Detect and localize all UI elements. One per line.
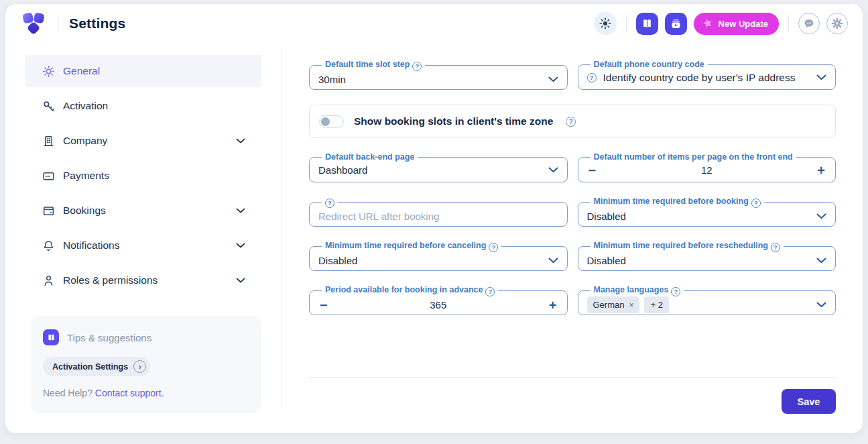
app-logo-icon (20, 10, 47, 37)
help-icon[interactable]: ? (751, 199, 761, 208)
manage-languages-select[interactable]: Manage languages? German × + 2 (578, 286, 836, 315)
chevron-right-icon: › (133, 360, 146, 373)
chevron-down-icon (236, 243, 245, 249)
sidebar-item-label: Roles & permissions (63, 274, 158, 286)
help-icon[interactable]: ? (671, 287, 680, 296)
wallet-icon (42, 205, 55, 217)
video-tutorials-button[interactable] (665, 13, 687, 35)
star-icon (701, 17, 714, 30)
chevron-down-icon (236, 278, 245, 284)
chevron-down-icon (816, 74, 826, 80)
stepper-value[interactable]: 365 (336, 299, 541, 311)
toggle-knob (321, 117, 330, 126)
min-time-before-rescheduling-select[interactable]: Minimum time required before reschedulin… (578, 241, 836, 271)
sidebar-item-company[interactable]: Company (25, 125, 261, 157)
increment-button[interactable]: + (816, 164, 826, 177)
help-text: Need Help? (43, 388, 92, 398)
chevron-down-icon (548, 167, 558, 173)
selected-value: Disabled (318, 255, 542, 266)
help-icon[interactable]: ? (485, 287, 495, 296)
help-line: Need Help? Contact support. (43, 388, 249, 398)
field-label: Default time slot step (325, 60, 410, 69)
field-label: Minimum time required before reschedulin… (594, 241, 768, 250)
timezone-toggle[interactable] (319, 115, 344, 128)
redirect-url-field[interactable]: ? (309, 197, 568, 227)
activation-settings-shortcut[interactable]: Activation Settings › (43, 357, 150, 376)
sidebar-item-activation[interactable]: Activation (25, 90, 261, 122)
key-icon (42, 100, 55, 113)
sun-icon (599, 17, 611, 30)
new-update-button[interactable]: New Update (694, 13, 779, 35)
sidebar-item-payments[interactable]: Payments (25, 160, 261, 192)
header-divider (788, 15, 789, 32)
field-label: Default phone country code (594, 60, 704, 69)
new-update-label: New Update (719, 19, 768, 29)
save-button[interactable]: Save (782, 389, 836, 414)
help-icon[interactable]: ? (412, 62, 422, 71)
remove-tag-icon[interactable]: × (629, 300, 633, 310)
sidebar-item-general[interactable]: General (25, 55, 261, 87)
language-tag-label: German (593, 300, 625, 310)
help-icon[interactable]: ? (587, 73, 597, 82)
increment-button[interactable]: + (548, 298, 558, 312)
min-time-before-booking-select[interactable]: Minimum time required before booking? Di… (578, 197, 836, 227)
help-icon[interactable]: ? (566, 117, 576, 127)
header: Settings (5, 4, 863, 43)
sidebar-item-roles-permissions[interactable]: Roles & permissions (25, 264, 261, 296)
chevron-down-icon (816, 213, 826, 219)
feedback-button[interactable] (798, 13, 820, 34)
chevron-down-icon (236, 138, 245, 144)
default-backend-page-select[interactable]: Default back-end page Dashboard (309, 153, 568, 182)
contact-support-link[interactable]: Contact support. (95, 388, 164, 398)
selected-value: Disabled (587, 255, 810, 266)
selected-value: Dashboard (318, 164, 542, 176)
tips-panel: Tips & suggestions Activation Settings ›… (31, 316, 261, 413)
default-phone-country-code-select[interactable]: Default phone country code ? Identify co… (578, 60, 836, 90)
credit-card-icon (42, 170, 55, 182)
shortcut-label: Activation Settings (52, 362, 128, 372)
help-icon[interactable]: ? (489, 243, 498, 252)
stepper-value[interactable]: 12 (604, 164, 809, 176)
book-icon (641, 18, 653, 30)
theme-toggle-button[interactable] (594, 12, 617, 35)
field-label: Manage languages (594, 285, 669, 294)
gear-icon (831, 17, 843, 30)
quick-settings-button[interactable] (826, 13, 848, 34)
sidebar-item-notifications[interactable]: Notifications (25, 229, 261, 262)
help-icon[interactable]: ? (325, 199, 334, 208)
person-icon (42, 274, 55, 287)
chevron-down-icon (236, 208, 245, 214)
field-label: Minimum time required before booking (594, 197, 749, 206)
header-actions: New Update (594, 12, 848, 35)
help-icon[interactable]: ? (771, 243, 780, 252)
chevron-down-icon (816, 258, 826, 264)
settings-window: Settings (5, 4, 863, 433)
decrement-button[interactable]: − (587, 164, 598, 177)
tips-book-icon (43, 329, 59, 345)
documentation-button[interactable] (636, 13, 658, 35)
header-divider (58, 15, 58, 32)
decrement-button[interactable]: − (318, 298, 329, 312)
sidebar-item-label: Bookings (63, 205, 106, 217)
settings-sidebar: General Activation Company (5, 43, 282, 433)
chevron-down-icon (548, 258, 558, 264)
booking-advance-period-stepper: Period available for booking in advance?… (309, 286, 568, 315)
field-label: Period available for booking in advance (325, 285, 483, 294)
field-label: Default number of items per page on the … (594, 152, 793, 162)
gear-icon (42, 65, 55, 78)
redirect-url-input[interactable] (318, 211, 558, 222)
sidebar-item-label: Company (63, 135, 107, 147)
chevron-down-icon (816, 302, 826, 308)
default-time-slot-step-select[interactable]: Default time slot step? 30min (309, 60, 568, 90)
min-time-before-canceling-select[interactable]: Minimum time required before canceling? … (309, 241, 568, 271)
more-languages-tag[interactable]: + 2 (644, 296, 668, 313)
timezone-toggle-row: Show booking slots in client's time zone… (309, 105, 836, 138)
sidebar-item-label: Payments (63, 170, 109, 182)
page-title: Settings (69, 15, 125, 32)
sidebar-item-bookings[interactable]: Bookings (25, 195, 261, 227)
toggle-label: Show booking slots in client's time zone (354, 115, 553, 127)
bell-icon (42, 239, 55, 252)
sidebar-item-label: General (63, 65, 100, 77)
header-divider (626, 15, 627, 32)
selected-value: Disabled (587, 211, 810, 222)
